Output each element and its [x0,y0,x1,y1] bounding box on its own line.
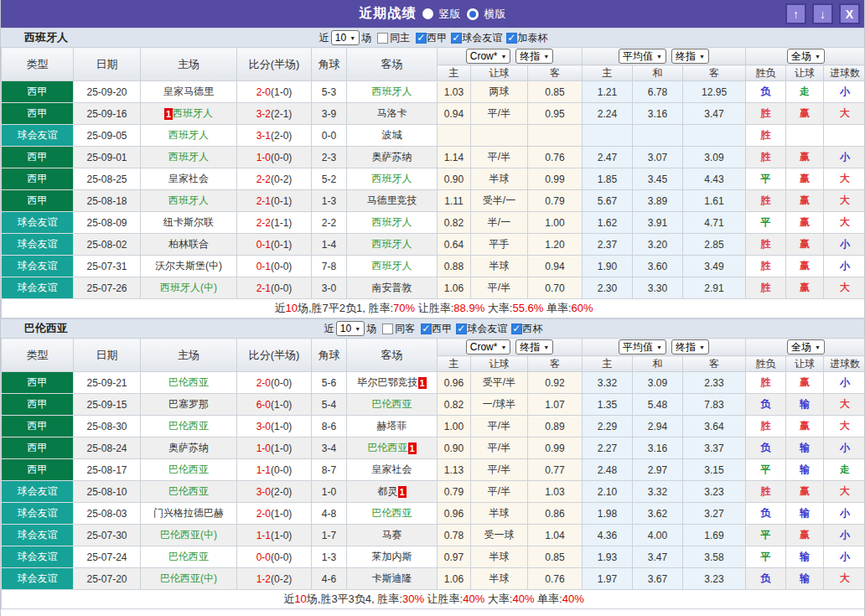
competition-type-badge: 西甲 [2,394,74,416]
league-checkbox-2[interactable] [506,33,517,44]
horizontal-layout-radio[interactable] [467,8,479,20]
final-odds-select[interactable]: 终指▼ [671,49,709,64]
close-button[interactable]: X [839,3,860,24]
vertical-layout-radio[interactable] [422,8,433,19]
result-cell: 大 [824,190,865,212]
column-header: 主场 [141,48,237,81]
section-bar-0: 西班牙人近10▼场同主西甲球会友谊加泰杯 [1,28,864,47]
average-odds-cell: 1.90 [583,256,633,277]
result-text: 负 [761,442,771,453]
halftime-score: (2-0) [271,130,292,142]
result-cell: 大 [824,103,865,125]
league-checkbox-label: 西甲 [427,31,447,45]
match-count-select[interactable]: 10▼ [336,321,365,336]
result-cell: 胜 [746,256,786,277]
same-venue-label: 同客 [395,322,415,336]
home-team-name: 皇家马德里 [163,85,214,97]
home-team-cell: 巴伦西亚 [141,459,237,481]
handicap-odds-cell: 平手 [471,234,528,256]
away-team-cell: 巴伦西亚 [347,503,438,525]
chevron-down-icon: ▼ [543,54,549,60]
same-venue-checkbox[interactable] [377,33,388,44]
league-checkbox-1[interactable] [456,324,467,334]
handicap-odds-cell: 1.13 [438,459,471,481]
result-text: 胜 [761,194,771,206]
summary-segment: 场,胜3平3负4, 胜率: [307,593,402,605]
summary-segment: 10 [285,302,297,314]
score-cell: 3-1(2-0) [237,125,312,147]
summary-segment: 88.9% [453,302,484,314]
summary-segment: 55.6% [512,302,543,314]
scope-select[interactable]: 全场▼ [787,49,825,64]
away-team-cell: 马洛卡 [347,103,438,125]
fulltime-score: 2-1 [256,195,271,207]
away-team-cell: 莱加内斯 [347,546,438,568]
average-odds-cell: 3.32 [583,372,633,394]
move-up-button[interactable]: ↑ [785,3,806,24]
section-bar-1: 巴伦西亚近10▼场同客西甲球会友谊西杯 [1,318,864,338]
match-date: 25-08-02 [74,234,141,256]
sub-column-header: 主 [438,65,471,81]
bookmaker-select[interactable]: Crow*▼ [466,49,511,64]
scope-select-value: 全场 [791,49,811,64]
games-label: 场 [366,322,376,336]
result-text: 大 [840,194,850,206]
league-checkbox-1[interactable] [451,33,462,44]
result-text: 输 [800,572,810,584]
average-select[interactable]: 平均值▼ [619,49,666,64]
horizontal-layout-label[interactable]: 横版 [484,7,506,22]
average-odds-cell: 3.89 [633,190,683,212]
summary-segment: 场,胜7平2负1, 胜率: [298,302,393,314]
handicap-odds-cell: 1.06 [438,277,471,299]
scope-select[interactable]: 全场▼ [787,339,825,355]
result-text: 胜 [761,485,771,497]
sub-column-header: 胜负 [746,65,786,81]
competition-type-badge: 球会友谊 [2,234,74,256]
competition-type-badge: 西甲 [2,437,74,459]
league-checkbox-0[interactable] [416,33,427,44]
away-team-name: 卡斯迪隆 [372,572,412,584]
result-text: 大 [840,173,850,184]
away-team-name: 西班牙人 [372,260,412,272]
final-odds-select[interactable]: 终指▼ [671,339,709,355]
halftime-score: (0-0) [271,152,292,163]
match-date: 25-08-03 [74,503,141,525]
away-team-cell: 西班牙人 [347,256,438,277]
handicap-odds-cell: 平/半 [471,103,528,125]
average-odds-cell: 1.93 [583,546,633,568]
halftime-score: (0-2) [271,173,292,185]
bookmaker-select[interactable]: Crow*▼ [466,339,511,355]
handicap-odds-cell: 0.78 [438,525,471,546]
result-cell: 大 [824,277,865,299]
away-team-cell: 西班牙人 [347,168,438,190]
result-cell: 赢 [786,168,824,190]
result-cell: 输 [786,437,824,459]
final-odds-select[interactable]: 终指▼ [515,49,553,64]
league-checkbox-2[interactable] [511,324,522,334]
fulltime-score: 1-0 [256,443,271,454]
result-text: 赢 [800,485,810,497]
result-text: 负 [761,572,771,584]
result-text: 赢 [800,420,810,432]
vertical-layout-label[interactable]: 竖版 [439,7,461,22]
result-cell: 输 [786,503,824,525]
result-cell: 走 [824,459,865,481]
move-down-button[interactable]: ↓ [812,3,833,24]
result-cell: 平 [746,212,786,234]
corners-cell: 4-8 [312,503,347,525]
result-text: 负 [761,398,771,410]
home-team-cell: 巴伦西亚 [141,481,237,503]
final-odds-select[interactable]: 终指▼ [515,339,553,355]
league-checkbox-0[interactable] [421,324,432,334]
away-team-cell: 巴伦西亚 [347,394,438,416]
same-venue-checkbox[interactable] [382,324,393,334]
average-odds-cell: 1.69 [683,525,746,546]
average-select[interactable]: 平均值▼ [619,339,666,355]
away-team-cell: 西班牙人 [347,81,438,103]
result-text: 输 [800,398,810,410]
handicap-odds-cell: 0.96 [438,503,471,525]
column-header: 比分(半场) [237,339,312,372]
match-count-select[interactable]: 10▼ [331,30,360,45]
score-cell: 1-2(0-2) [237,568,312,590]
result-text: 负 [761,507,771,519]
